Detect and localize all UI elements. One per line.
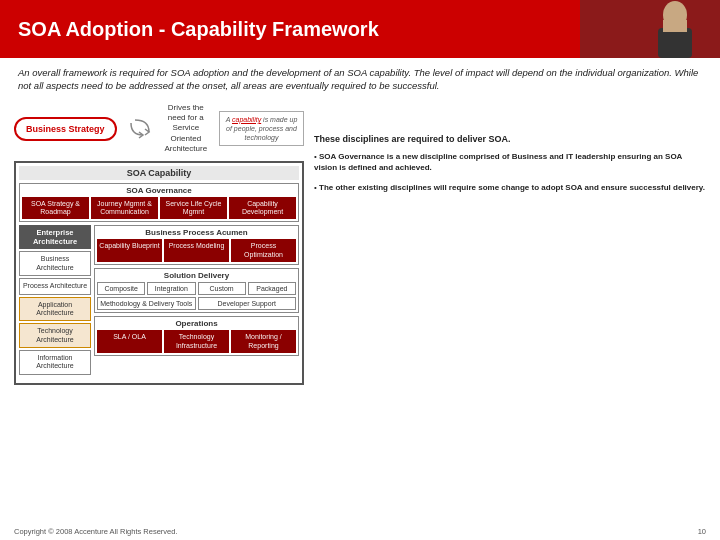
bp-item-3: Process Optimization <box>231 239 296 262</box>
ea-process: Process Architecture <box>19 278 91 294</box>
middle-section: Enterprise Architecture Business Archite… <box>19 225 299 377</box>
copyright-text: Copyright © 2008 Accenture All Rights Re… <box>14 527 178 536</box>
business-strategy-box: Business Strategy <box>14 117 117 141</box>
ops-section: Operations SLA / OLA Technology Infrastr… <box>94 316 299 356</box>
gov-item-4: Capability Development <box>229 197 296 220</box>
ea-information: Information Architecture <box>19 350 91 375</box>
ops-title: Operations <box>97 319 296 328</box>
capability-note: A capability is made up of people, proce… <box>219 111 304 146</box>
curved-arrow-icon <box>125 115 153 143</box>
bp-items: Capability Blueprint Process Modeling Pr… <box>97 239 296 262</box>
ea-application: Application Architecture <box>19 297 91 322</box>
soa-capability-title: SOA Capability <box>19 166 299 180</box>
sd-integration: Integration <box>147 282 195 295</box>
sd-composite: Composite <box>97 282 145 295</box>
ea-business: Business Architecture <box>19 251 91 276</box>
bp-title: Business Process Acumen <box>97 228 296 237</box>
bp-item-1: Capability Blueprint <box>97 239 162 262</box>
footer: Copyright © 2008 Accenture All Rights Re… <box>14 527 706 536</box>
disciplines-title: These disciplines are required to delive… <box>314 133 706 146</box>
sd-packaged: Packaged <box>248 282 296 295</box>
main-container: SOA Adoption - Capability Framework An o… <box>0 0 720 540</box>
right-sections: Business Process Acumen Capability Bluep… <box>94 225 299 377</box>
governance-section: SOA Governance SOA Strategy & Roadmap Jo… <box>19 183 299 223</box>
header-bar: SOA Adoption - Capability Framework <box>0 0 720 58</box>
sd-section: Solution Delivery Composite Integration … <box>94 268 299 313</box>
soa-capability-container: SOA Capability SOA Governance SOA Strate… <box>14 161 304 385</box>
bp-item-2: Process Modeling <box>164 239 229 262</box>
bullet-1: • SOA Governance is a new discipline com… <box>314 151 706 173</box>
ops-sla: SLA / OLA <box>97 330 162 353</box>
governance-items: SOA Strategy & Roadmap Journey Mgmnt & C… <box>22 197 296 220</box>
right-panel: These disciplines are required to delive… <box>314 103 706 385</box>
ops-tech: Technology Infrastructure <box>164 330 229 353</box>
svg-rect-3 <box>663 20 687 32</box>
page-title: SOA Adoption - Capability Framework <box>18 18 379 41</box>
gov-item-1: SOA Strategy & Roadmap <box>22 197 89 220</box>
ops-items: SLA / OLA Technology Infrastructure Moni… <box>97 330 296 353</box>
content-area: Business Strategy Drives the need for a … <box>0 99 720 387</box>
sd-row2: Methodology & Delivery Tools Developer S… <box>97 297 296 310</box>
ea-title: Enterprise Architecture <box>19 225 91 249</box>
page-number: 10 <box>698 527 706 536</box>
ea-technology: Technology Architecture <box>19 323 91 348</box>
header-image <box>580 0 720 58</box>
bullet-2: • The other existing disciplines will re… <box>314 182 706 193</box>
governance-title: SOA Governance <box>22 186 296 195</box>
drives-text: Drives the need for a Service Oriented A… <box>161 103 211 155</box>
gov-item-2: Journey Mgmnt & Communication <box>91 197 158 220</box>
svg-rect-0 <box>580 0 720 58</box>
strategy-row: Business Strategy Drives the need for a … <box>14 103 304 155</box>
svg-rect-2 <box>658 28 692 58</box>
left-diagram: Business Strategy Drives the need for a … <box>14 103 304 385</box>
sd-title: Solution Delivery <box>97 271 296 280</box>
gov-item-3: Service Life Cycle Mgmnt <box>160 197 227 220</box>
ea-column: Enterprise Architecture Business Archite… <box>19 225 91 377</box>
intro-text: An overall framework is required for SOA… <box>0 58 720 99</box>
sd-row1: Composite Integration Custom Packaged <box>97 282 296 295</box>
sd-methodology: Methodology & Delivery Tools <box>97 297 196 310</box>
sd-developer: Developer Support <box>198 297 297 310</box>
ops-monitoring: Monitoring / Reporting <box>231 330 296 353</box>
bp-section: Business Process Acumen Capability Bluep… <box>94 225 299 265</box>
arrow-container <box>125 115 153 143</box>
sd-custom: Custom <box>198 282 246 295</box>
